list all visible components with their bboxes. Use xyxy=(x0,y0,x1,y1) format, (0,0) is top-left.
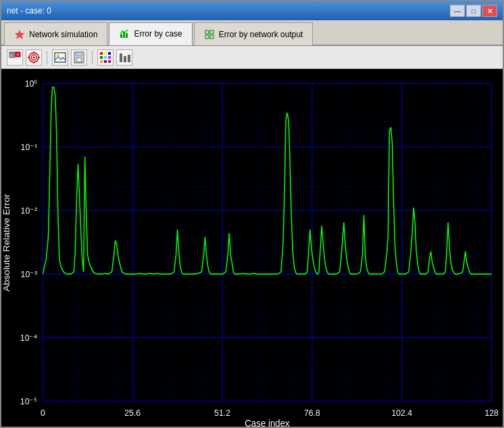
svg-rect-4 xyxy=(205,30,209,34)
main-window: net - case: 0 — □ ✕ Network simulation xyxy=(0,0,504,428)
svg-rect-33 xyxy=(104,60,107,63)
svg-text:10⁻²: 10⁻² xyxy=(21,206,38,215)
svg-text:51.2: 51.2 xyxy=(214,408,230,418)
toolbar-separator-1 xyxy=(47,51,47,64)
svg-rect-5 xyxy=(210,30,213,34)
svg-point-14 xyxy=(33,56,35,58)
svg-rect-38 xyxy=(1,69,503,427)
svg-rect-32 xyxy=(100,60,103,63)
svg-text:10⁻⁴: 10⁻⁴ xyxy=(20,333,37,342)
svg-text:in: in xyxy=(10,53,13,57)
svg-rect-36 xyxy=(124,56,126,62)
svg-rect-3 xyxy=(126,33,128,38)
svg-text:25.6: 25.6 xyxy=(124,408,141,418)
svg-text:76.8: 76.8 xyxy=(304,408,320,418)
bar-button[interactable] xyxy=(116,49,132,66)
svg-rect-30 xyxy=(104,56,107,59)
grid-icon xyxy=(204,29,215,40)
window-title: net - case: 0 xyxy=(7,6,51,16)
svg-text:10⁰: 10⁰ xyxy=(25,79,38,89)
maximize-button[interactable]: □ xyxy=(466,5,481,17)
svg-text:Absolute Relative Error: Absolute Relative Error xyxy=(2,193,12,291)
color-button[interactable] xyxy=(97,49,114,66)
tab-error-by-network-output[interactable]: Error by network output xyxy=(194,22,313,45)
tab-error-by-case[interactable]: Error by case xyxy=(109,22,192,45)
svg-rect-22 xyxy=(76,52,82,56)
svg-text:0: 0 xyxy=(41,408,45,418)
svg-rect-28 xyxy=(108,52,111,55)
svg-rect-31 xyxy=(108,56,111,59)
title-bar: net - case: 0 — □ ✕ xyxy=(1,1,503,20)
tab-error-by-network-output-label: Error by network output xyxy=(219,30,303,39)
close-button[interactable]: ✕ xyxy=(482,5,497,17)
svg-rect-24 xyxy=(77,58,81,62)
import-button[interactable]: in xyxy=(7,49,23,66)
svg-rect-37 xyxy=(128,55,130,62)
svg-rect-26 xyxy=(100,52,103,55)
error-chart: 10⁰ 10⁻¹ 10⁻² 10⁻³ 10⁻⁴ 10⁻⁵ 0 25.6 51.2… xyxy=(1,69,503,427)
image-button[interactable] xyxy=(52,49,68,66)
svg-text:128: 128 xyxy=(484,408,498,418)
svg-text:10⁻⁵: 10⁻⁵ xyxy=(20,396,37,406)
svg-rect-35 xyxy=(120,53,122,62)
svg-rect-27 xyxy=(104,52,107,55)
tab-network-simulation[interactable]: Network simulation xyxy=(4,22,107,45)
target-button[interactable] xyxy=(26,49,42,66)
svg-rect-34 xyxy=(108,60,111,63)
svg-marker-0 xyxy=(16,30,24,39)
star-icon xyxy=(14,29,25,40)
svg-rect-6 xyxy=(205,35,209,39)
svg-rect-1 xyxy=(120,34,122,38)
svg-point-11 xyxy=(16,53,20,56)
svg-text:10⁻³: 10⁻³ xyxy=(21,269,38,279)
svg-text:10⁻¹: 10⁻¹ xyxy=(21,143,38,152)
svg-point-25 xyxy=(81,53,82,54)
chart-icon xyxy=(119,28,130,39)
tabs-bar: Network simulation Error by case xyxy=(1,20,503,46)
minimize-button[interactable]: — xyxy=(450,5,465,17)
save-button[interactable] xyxy=(71,49,87,66)
svg-rect-29 xyxy=(100,56,103,59)
chart-area: 10⁰ 10⁻¹ 10⁻² 10⁻³ 10⁻⁴ 10⁻⁵ 0 25.6 51.2… xyxy=(1,69,503,427)
toolbar-separator-2 xyxy=(92,51,93,64)
svg-text:Case index: Case index xyxy=(245,419,290,427)
tab-network-simulation-label: Network simulation xyxy=(29,30,97,39)
svg-rect-7 xyxy=(210,35,213,39)
tab-error-by-case-label: Error by case xyxy=(134,29,182,39)
toolbar: in xyxy=(1,46,503,69)
svg-rect-19 xyxy=(55,53,66,62)
window-controls: — □ ✕ xyxy=(450,5,497,17)
svg-text:102.4: 102.4 xyxy=(391,408,412,418)
